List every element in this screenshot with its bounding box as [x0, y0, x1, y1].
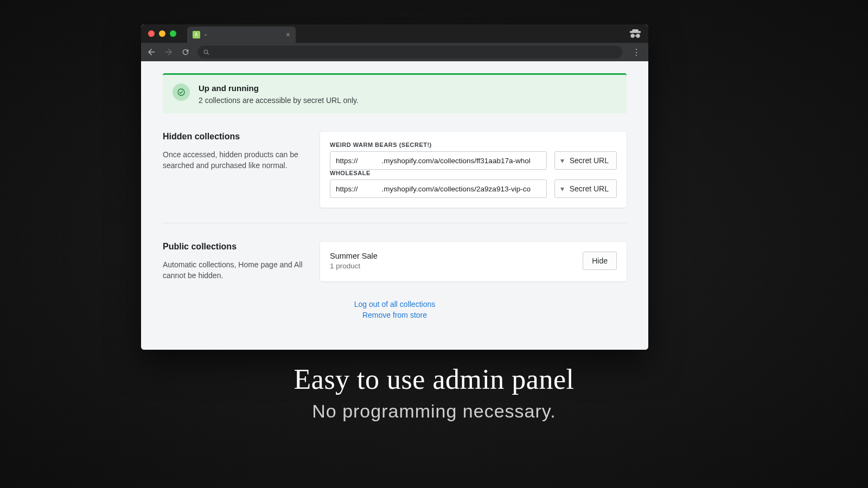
- svg-line-1: [207, 53, 209, 55]
- banner-subtitle: 2 collections are accessible by secret U…: [199, 96, 359, 105]
- browser-tabbar: - ×: [141, 24, 648, 43]
- public-collections-card: Summer Sale 1 product Hide: [320, 242, 627, 281]
- search-icon: [203, 49, 210, 56]
- tagline-sub: No programming necessary.: [0, 401, 868, 422]
- check-circle-icon: [173, 84, 190, 101]
- secret-url-input[interactable]: https://.myshopify.com/a/collections/2a9…: [330, 179, 547, 198]
- secret-url-dropdown[interactable]: ▾ Secret URL: [554, 179, 617, 198]
- window-maximize-button[interactable]: [170, 30, 176, 37]
- section-description: Automatic collections, Home page and All…: [163, 259, 304, 281]
- collection-label: WHOLESALE: [330, 170, 617, 176]
- window-close-button[interactable]: [148, 30, 155, 37]
- banner-title: Up and running: [199, 84, 359, 93]
- status-banner: Up and running 2 collections are accessi…: [163, 73, 627, 113]
- section-title: Public collections: [163, 242, 304, 252]
- collection-item: WHOLESALE https://.myshopify.com/a/colle…: [330, 170, 617, 198]
- traffic-lights: [141, 30, 176, 37]
- forward-button[interactable]: [164, 47, 174, 57]
- browser-menu-button[interactable]: ⋮: [630, 47, 643, 57]
- back-button[interactable]: [146, 47, 156, 57]
- public-collections-section: Public collections Automatic collections…: [163, 242, 627, 281]
- browser-toolbar: ⋮: [141, 43, 648, 61]
- divider: [163, 223, 627, 223]
- footer-links: Log out of all collections Remove from s…: [163, 300, 627, 319]
- collection-item: WEIRD WARM BEARS (SECRET!) https://.mysh…: [330, 142, 617, 170]
- marketing-tagline: Easy to use admin panel No programming n…: [0, 363, 868, 422]
- window-minimize-button[interactable]: [159, 30, 165, 37]
- collection-name: Summer Sale: [330, 252, 378, 260]
- collection-item: Summer Sale 1 product Hide: [330, 252, 617, 270]
- reload-button[interactable]: [181, 48, 190, 56]
- logout-all-link[interactable]: Log out of all collections: [163, 300, 627, 309]
- svg-point-0: [204, 50, 208, 54]
- section-title: Hidden collections: [163, 132, 304, 142]
- collection-meta: 1 product: [330, 262, 378, 270]
- secret-url-input[interactable]: https://.myshopify.com/a/collections/ff3…: [330, 151, 547, 170]
- tab-title: -: [205, 31, 282, 38]
- browser-window: - × ⋮ Up and running 2 c: [141, 24, 648, 350]
- hidden-collections-card: WEIRD WARM BEARS (SECRET!) https://.mysh…: [320, 132, 627, 208]
- hide-button[interactable]: Hide: [583, 252, 617, 270]
- remove-store-link[interactable]: Remove from store: [163, 311, 627, 319]
- caret-down-icon: ▾: [560, 156, 564, 165]
- collection-label: WEIRD WARM BEARS (SECRET!): [330, 142, 617, 148]
- shopify-favicon-icon: [193, 31, 200, 38]
- browser-tab[interactable]: - ×: [187, 27, 296, 43]
- caret-down-icon: ▾: [560, 184, 564, 193]
- hidden-collections-section: Hidden collections Once accessed, hidden…: [163, 132, 627, 208]
- page-content: Up and running 2 collections are accessi…: [141, 61, 648, 350]
- tagline-headline: Easy to use admin panel: [0, 363, 868, 395]
- address-bar[interactable]: [197, 46, 622, 59]
- tab-close-icon[interactable]: ×: [286, 30, 290, 39]
- incognito-icon: [630, 29, 648, 38]
- section-description: Once accessed, hidden products can be se…: [163, 149, 304, 171]
- secret-url-dropdown[interactable]: ▾ Secret URL: [554, 151, 617, 170]
